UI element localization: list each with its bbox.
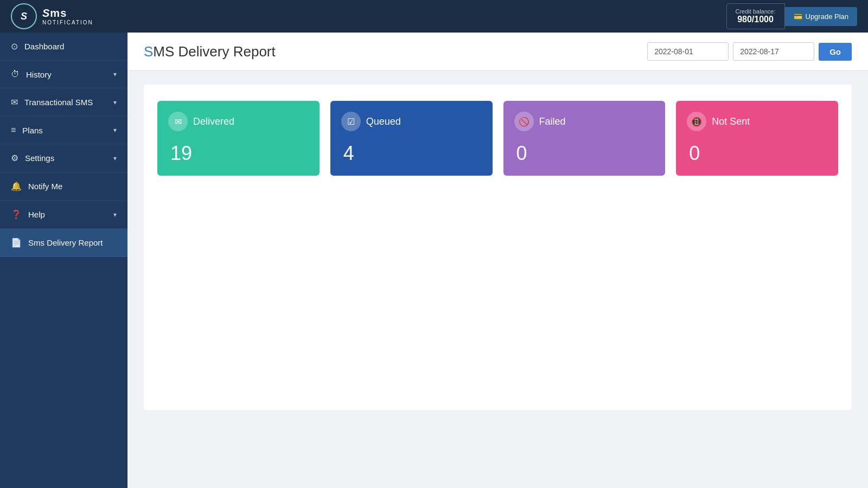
- transactional-icon: ✉: [11, 97, 18, 107]
- header-right: Credit balance: 980/1000 💳 Upgrade Plan: [726, 3, 858, 29]
- sidebar-item-dashboard-label: Dashboard: [24, 42, 64, 51]
- queued-value: 4: [343, 142, 482, 165]
- settings-icon: ⚙: [11, 153, 18, 163]
- sidebar-item-sms-delivery-report[interactable]: 📄 Sms Delivery Report: [0, 229, 127, 257]
- sidebar-item-transactional-sms[interactable]: ✉ Transactional SMS ▾: [0, 88, 127, 117]
- delivered-icon: ✉: [175, 117, 182, 127]
- credit-amount: 980/1000: [736, 15, 776, 24]
- not-sent-value: 0: [689, 142, 827, 165]
- plans-chevron-icon: ▾: [113, 126, 117, 134]
- upgrade-label: Upgrade Plan: [806, 12, 849, 21]
- sidebar-item-history-label: History: [26, 70, 52, 79]
- settings-chevron-icon: ▾: [113, 155, 117, 162]
- stat-card-queued-header: ☑ Queued: [341, 112, 482, 131]
- queued-icon: ☑: [347, 117, 355, 127]
- stat-card-failed: 🚫 Failed 0: [503, 101, 666, 176]
- page-title-rest: MS Delivery Report: [153, 43, 275, 60]
- failed-label: Failed: [539, 116, 566, 127]
- logo-sms-rest: ms: [50, 7, 67, 19]
- sidebar-item-notify-inner: 🔔 Notify Me: [11, 181, 62, 191]
- logo: S Sms NOTIFICATION: [11, 3, 93, 29]
- sidebar-item-dashboard-inner: ⊙ Dashboard: [11, 41, 64, 52]
- stat-card-delivered: ✉ Delivered 19: [157, 101, 320, 176]
- help-icon: ❓: [11, 209, 22, 220]
- date-filter: Go: [647, 42, 852, 61]
- date-to-input[interactable]: [733, 42, 814, 61]
- page-title-highlight: S: [144, 43, 153, 60]
- failed-value: 0: [516, 142, 655, 165]
- sidebar-item-history-inner: ⏱ History: [11, 69, 52, 79]
- sidebar-item-dashboard[interactable]: ⊙ Dashboard: [0, 33, 127, 61]
- upgrade-icon: 💳: [794, 12, 802, 21]
- app-header: S Sms NOTIFICATION Credit balance: 980/1…: [0, 0, 868, 33]
- logo-brand: NOTIFICATION: [42, 20, 93, 26]
- sidebar: ⊙ Dashboard ⏱ History ▾ ✉ Transactional …: [0, 33, 127, 488]
- content-area: ✉ Delivered 19 ☑ Queued 4: [127, 71, 868, 488]
- sidebar-item-help-inner: ❓ Help: [11, 209, 45, 220]
- sidebar-item-settings-inner: ⚙ Settings: [11, 153, 54, 163]
- help-chevron-icon: ▾: [113, 211, 117, 219]
- sidebar-item-history[interactable]: ⏱ History ▾: [0, 61, 127, 88]
- delivered-value: 19: [170, 142, 309, 165]
- credit-balance-box: Credit balance: 980/1000: [726, 3, 785, 29]
- stat-card-queued: ☑ Queued 4: [330, 101, 493, 176]
- queued-label: Queued: [366, 116, 401, 127]
- failed-icon-circle: 🚫: [514, 112, 534, 131]
- sidebar-item-settings-label: Settings: [25, 153, 54, 163]
- page-title: SMS Delivery Report: [144, 43, 276, 60]
- sidebar-item-delivery-inner: 📄 Sms Delivery Report: [11, 237, 103, 248]
- sidebar-item-help-label: Help: [28, 210, 45, 219]
- notify-icon: 🔔: [11, 181, 22, 191]
- credit-label: Credit balance:: [736, 8, 776, 15]
- sidebar-item-transactional-label: Transactional SMS: [24, 98, 93, 107]
- stat-card-not-sent: 📵 Not Sent 0: [676, 101, 838, 176]
- logo-circle: S: [11, 3, 37, 29]
- delivered-label: Delivered: [193, 116, 234, 127]
- go-button[interactable]: Go: [819, 43, 852, 61]
- sidebar-item-plans-label: Plans: [22, 126, 43, 135]
- main-layout: ⊙ Dashboard ⏱ History ▾ ✉ Transactional …: [0, 33, 868, 488]
- upgrade-button[interactable]: 💳 Upgrade Plan: [785, 7, 858, 26]
- logo-sms-main: S: [42, 7, 50, 19]
- sidebar-item-delivery-label: Sms Delivery Report: [28, 238, 103, 247]
- dashboard-icon: ⊙: [11, 41, 18, 52]
- logo-s: S: [21, 11, 27, 22]
- failed-icon: 🚫: [519, 117, 529, 127]
- delivery-report-icon: 📄: [11, 237, 22, 248]
- queued-icon-circle: ☑: [341, 112, 361, 131]
- transactional-chevron-icon: ▾: [113, 99, 117, 106]
- main-content: SMS Delivery Report Go ✉ Delivered: [127, 33, 868, 488]
- history-chevron-icon: ▾: [113, 70, 117, 78]
- date-from-input[interactable]: [647, 42, 729, 61]
- not-sent-label: Not Sent: [712, 116, 750, 127]
- history-icon: ⏱: [11, 69, 20, 79]
- not-sent-icon: 📵: [691, 117, 702, 127]
- sidebar-item-plans[interactable]: ≡ Plans ▾: [0, 117, 127, 144]
- logo-sms: Sms: [42, 7, 93, 20]
- logo-text: Sms NOTIFICATION: [42, 7, 93, 26]
- sidebar-item-settings[interactable]: ⚙ Settings ▾: [0, 144, 127, 172]
- sidebar-item-notify-label: Notify Me: [28, 182, 62, 191]
- stat-card-failed-header: 🚫 Failed: [514, 112, 655, 131]
- sidebar-item-help[interactable]: ❓ Help ▾: [0, 201, 127, 229]
- sidebar-item-plans-inner: ≡ Plans: [11, 125, 43, 135]
- stat-card-not-sent-header: 📵 Not Sent: [687, 112, 827, 131]
- stats-cards: ✉ Delivered 19 ☑ Queued 4: [157, 101, 838, 176]
- page-header: SMS Delivery Report Go: [127, 33, 868, 71]
- cards-container: ✉ Delivered 19 ☑ Queued 4: [144, 85, 852, 410]
- sidebar-item-transactional-inner: ✉ Transactional SMS: [11, 97, 93, 107]
- plans-icon: ≡: [11, 125, 16, 135]
- not-sent-icon-circle: 📵: [687, 112, 706, 131]
- delivered-icon-circle: ✉: [168, 112, 188, 131]
- stat-card-delivered-header: ✉ Delivered: [168, 112, 309, 131]
- sidebar-item-notify-me[interactable]: 🔔 Notify Me: [0, 172, 127, 201]
